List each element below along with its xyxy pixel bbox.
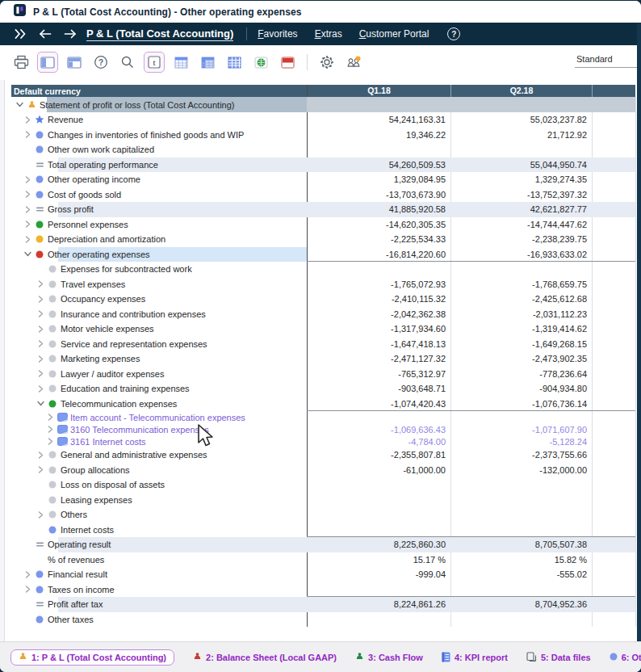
q2-value[interactable] [450, 97, 592, 112]
q2-value[interactable]: -904,934.80 [450, 381, 592, 397]
q1-value[interactable]: -61,000.00 [307, 463, 450, 478]
table-row[interactable]: Total operating performance 54,260,509.5… [11, 158, 635, 173]
grid-view-icon[interactable] [170, 52, 191, 73]
q1-value[interactable] [307, 582, 450, 598]
q1-value[interactable] [307, 507, 450, 523]
chevron-icon[interactable] [22, 220, 33, 228]
chevron-icon[interactable] [22, 586, 33, 593]
q2-value[interactable]: 55,044,950.74 [450, 158, 592, 173]
q2-value[interactable] [450, 411, 592, 423]
q2-value[interactable]: -778,236.64 [450, 367, 592, 382]
q1-value[interactable]: -999.04 [307, 567, 450, 582]
q2-value[interactable]: -555.02 [450, 567, 592, 582]
chevron-icon[interactable] [22, 131, 33, 138]
q2-value[interactable]: -1,768,659.75 [450, 277, 592, 292]
nav-report-title[interactable]: P & L (Total Cost Accounting) [86, 27, 233, 41]
view-selector[interactable]: Standard [575, 52, 641, 68]
q1-value[interactable]: -2,410,115.32 [307, 292, 450, 307]
table-row[interactable]: Other taxes [11, 612, 635, 628]
q2-value[interactable] [450, 262, 592, 277]
q2-value[interactable]: 42,621,827.77 [450, 202, 592, 217]
q1-value[interactable] [307, 97, 450, 112]
table-row[interactable]: Lawyer / auditor expenses -765,312.97 -7… [11, 367, 635, 382]
tab-kpi-report[interactable]: 4: KPI report [442, 652, 508, 664]
q1-value[interactable]: 15.17 % [307, 552, 450, 568]
q2-value[interactable]: -2,373,755.66 [450, 447, 592, 463]
chevron-icon[interactable] [35, 355, 46, 363]
menu-favorites[interactable]: Favorites [258, 28, 297, 40]
q1-value[interactable]: -1,069,636.43 [307, 423, 450, 435]
q1-value[interactable]: -4,784.00 [307, 435, 450, 447]
q2-value[interactable]: -13,752,397.32 [450, 187, 592, 203]
q2-value[interactable]: -2,425,612.68 [450, 292, 592, 307]
q2-value[interactable]: -2,031,112.23 [450, 307, 592, 322]
q1-value[interactable]: -2,355,807.81 [307, 447, 450, 463]
chevron-icon[interactable] [22, 251, 33, 257]
table-row[interactable]: Insurance and contribution expenses -2,0… [11, 307, 635, 322]
q1-value[interactable]: -2,471,127.32 [307, 351, 450, 367]
q2-value[interactable]: 8,705,507.38 [450, 537, 592, 552]
users-icon[interactable] [343, 52, 364, 73]
chevron-icon[interactable] [22, 236, 33, 243]
table-row[interactable]: Marketing expenses -2,471,127.32 -2,473,… [11, 351, 635, 367]
back-arrow-icon[interactable] [36, 25, 55, 43]
q2-value[interactable] [450, 582, 592, 598]
q2-value[interactable]: 8,704,952.36 [450, 597, 592, 612]
q1-value[interactable] [307, 142, 450, 158]
red-bar-icon[interactable] [277, 52, 298, 73]
tab-cash-flow[interactable]: 3: Cash Flow [355, 652, 423, 663]
q1-value[interactable] [307, 493, 450, 508]
q1-value[interactable]: -14,620,305.35 [307, 217, 450, 233]
forward-arrow-icon[interactable] [61, 25, 80, 43]
table-row[interactable]: Depreciation and amortization -2,225,534… [11, 232, 635, 247]
q1-value[interactable]: -1,765,072.93 [307, 277, 450, 292]
q2-value[interactable]: 55,023,237.82 [450, 112, 592, 128]
chevron-icon[interactable] [35, 340, 46, 347]
table-row[interactable]: Statement of profit or loss (Total Cost … [11, 97, 635, 112]
chevron-icon[interactable] [35, 310, 46, 317]
table-row[interactable]: 3160 Telecommunication expenses -1,069,6… [11, 423, 635, 435]
tab-pnl[interactable]: 1: P & L (Total Cost Accounting) [10, 649, 174, 666]
q1-value[interactable]: 54,241,163.31 [307, 112, 450, 128]
q2-value[interactable]: 21,712.92 [450, 128, 592, 143]
menu-customer-portal[interactable]: Customer Portal [359, 28, 429, 40]
table-row[interactable]: Education and training expenses -903,648… [11, 381, 635, 397]
q2-value[interactable]: -1,071,607.90 [450, 423, 592, 435]
layout-left-panel-icon[interactable] [37, 52, 58, 73]
right-scroll-strip[interactable] [637, 23, 641, 641]
chevron-icon[interactable] [35, 296, 46, 303]
column-header-currency[interactable]: Default currency [11, 86, 307, 96]
q1-value[interactable]: 8,224,861.26 [307, 597, 450, 612]
table-row[interactable]: General and administrative expenses -2,3… [11, 447, 635, 463]
table-row[interactable]: Gross profit 41,885,920.58 42,621,827.77 [11, 202, 635, 217]
table-row[interactable]: Item account - Telecommunication expense… [11, 411, 635, 423]
chevron-icon[interactable] [35, 385, 46, 393]
q1-value[interactable]: -1,647,418.13 [307, 337, 450, 352]
table-row[interactable]: Occupancy expenses -2,410,115.32 -2,425,… [11, 292, 635, 307]
table-row[interactable]: 3161 Internet costs -4,784.00 -5,128.24 [11, 435, 635, 447]
q2-value[interactable] [450, 507, 592, 523]
q1-value[interactable]: 19,346.22 [307, 128, 450, 143]
q1-value[interactable] [307, 262, 450, 277]
chevron-icon[interactable] [35, 326, 46, 333]
table-row[interactable]: Other own work capitalized [11, 142, 635, 158]
table-row[interactable]: Profit after tax 8,224,861.26 8,704,952.… [11, 597, 635, 612]
q2-value[interactable] [450, 612, 592, 628]
menu-extras[interactable]: Extras [315, 28, 342, 40]
table-row[interactable]: Changes in inventories of finished goods… [11, 128, 635, 143]
q1-value[interactable]: -2,225,534.33 [307, 232, 450, 247]
q1-value[interactable]: 8,225,860.30 [307, 537, 450, 552]
help-icon[interactable]: ? [447, 27, 460, 40]
q1-value[interactable]: -16,814,220.60 [307, 247, 450, 262]
table-row[interactable]: Taxes on income [11, 582, 635, 598]
text-mode-icon[interactable]: t [144, 52, 165, 73]
chevron-icon[interactable] [35, 280, 46, 288]
q1-value[interactable]: -903,648.71 [307, 381, 450, 397]
q2-value[interactable]: -132,000.00 [450, 463, 592, 478]
q2-value[interactable]: -2,238,239.75 [450, 232, 592, 247]
q2-value[interactable] [450, 477, 592, 493]
q1-value[interactable] [307, 612, 450, 628]
q2-value[interactable]: -16,933,633.02 [450, 247, 592, 262]
q1-value[interactable] [307, 477, 450, 493]
chevron-icon[interactable] [35, 511, 46, 519]
